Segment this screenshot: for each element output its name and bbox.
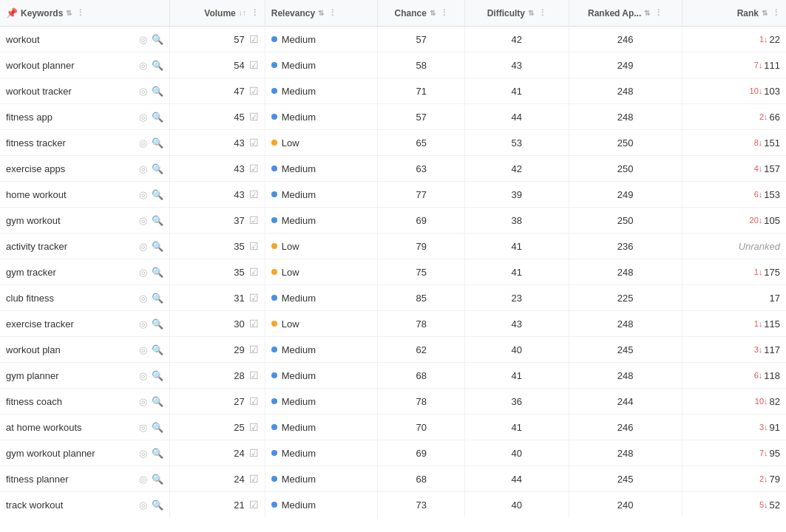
search-icon[interactable]: 🔍 [152, 60, 163, 71]
keyword-cell: fitness tracker ◎ 🔍 [0, 130, 169, 156]
relevancy-cell: Medium [265, 156, 378, 182]
relevancy-label: Medium [282, 293, 316, 304]
relevancy-dot [271, 476, 277, 482]
search-icon[interactable]: 🔍 [152, 112, 163, 123]
th-volume[interactable]: Volume ↓↑ ⋮ [169, 0, 265, 27]
difficulty-value: 36 [512, 396, 522, 407]
ranked-cell: 245 [569, 337, 682, 363]
chance-cell: 73 [378, 492, 464, 518]
relevancy-cell: Medium [265, 415, 378, 440]
th-chance-label: Chance [394, 8, 426, 18]
volume-cell: 43 ☑ [169, 156, 265, 182]
keyword-cell: gym workout planner ◎ 🔍 [0, 440, 169, 466]
relevancy-dot [271, 450, 277, 456]
th-ranked[interactable]: Ranked Ap... ⇅ ⋮ [569, 0, 682, 27]
difficulty-cell: 41 [464, 233, 569, 259]
eye-off-icon[interactable]: ◎ [139, 370, 147, 381]
eye-off-icon[interactable]: ◎ [139, 241, 147, 252]
rank-value: 151 [764, 137, 780, 149]
relevancy-cell: Medium [265, 78, 378, 104]
search-icon[interactable]: 🔍 [152, 318, 163, 330]
search-icon[interactable]: 🔍 [152, 163, 163, 174]
volume-value: 43 [234, 137, 244, 149]
volume-value: 43 [234, 189, 244, 200]
keyword-table-container: 📌 Keywords ⇅ ⋮ Volume ↓↑ ⋮ Relevanc [0, 0, 786, 517]
volume-cell: 45 ☑ [169, 104, 265, 130]
pin-icon: 📌 [6, 7, 18, 18]
th-relevancy[interactable]: Relevancy ⇅ ⋮ [265, 0, 378, 27]
rank-value: 17 [770, 293, 780, 304]
difficulty-value: 44 [512, 112, 522, 123]
difficulty-cell: 23 [464, 285, 569, 311]
search-icon[interactable]: 🔍 [152, 499, 163, 511]
keyword-cell: gym planner ◎ 🔍 [0, 363, 169, 389]
rank-value: 52 [770, 499, 780, 511]
eye-off-icon[interactable]: ◎ [139, 137, 147, 149]
search-icon[interactable]: 🔍 [152, 474, 163, 485]
th-difficulty[interactable]: Difficulty ⇅ ⋮ [464, 0, 569, 27]
eye-off-icon[interactable]: ◎ [139, 396, 147, 407]
th-chance[interactable]: Chance ⇅ ⋮ [378, 0, 464, 27]
search-icon[interactable]: 🔍 [152, 86, 163, 97]
search-icon[interactable]: 🔍 [152, 267, 163, 278]
search-icon[interactable]: 🔍 [152, 344, 163, 355]
rank-cell: 7↓95 [682, 440, 786, 466]
th-rank[interactable]: Rank ⇅ ⋮ [682, 0, 786, 27]
volume-cell: 37 ☑ [169, 208, 265, 233]
search-icon[interactable]: 🔍 [152, 34, 163, 45]
eye-off-icon[interactable]: ◎ [139, 60, 147, 71]
eye-off-icon[interactable]: ◎ [139, 189, 147, 200]
sort-icon-rank: ⇅ [762, 9, 768, 17]
relevancy-dot [271, 502, 277, 508]
search-icon[interactable]: 🔍 [152, 396, 163, 407]
search-icon[interactable]: 🔍 [152, 422, 163, 433]
eye-off-icon[interactable]: ◎ [139, 344, 147, 355]
eye-off-icon[interactable]: ◎ [139, 499, 147, 511]
difficulty-value: 41 [512, 267, 522, 278]
volume-value: 27 [234, 396, 244, 407]
search-icon[interactable]: 🔍 [152, 448, 163, 459]
sort-icon-chance: ⇅ [430, 9, 436, 17]
search-icon[interactable]: 🔍 [152, 370, 163, 381]
ranked-cell: 248 [569, 363, 682, 389]
chance-value: 69 [416, 448, 426, 459]
eye-off-icon[interactable]: ◎ [139, 112, 147, 123]
search-icon[interactable]: 🔍 [152, 215, 163, 226]
eye-off-icon[interactable]: ◎ [139, 422, 147, 433]
chance-cell: 58 [378, 52, 464, 78]
chance-value: 79 [416, 241, 426, 252]
eye-off-icon[interactable]: ◎ [139, 86, 147, 97]
difficulty-cell: 40 [464, 337, 569, 363]
ranked-value: 245 [617, 344, 634, 355]
check-icon: ☑ [249, 395, 259, 407]
eye-off-icon[interactable]: ◎ [139, 163, 147, 174]
volume-value: 21 [234, 499, 244, 511]
chance-cell: 85 [378, 285, 464, 311]
eye-off-icon[interactable]: ◎ [139, 293, 147, 304]
eye-off-icon[interactable]: ◎ [139, 215, 147, 226]
ranked-cell: 244 [569, 389, 682, 415]
volume-value: 28 [234, 370, 244, 381]
th-keyword[interactable]: 📌 Keywords ⇅ ⋮ [0, 0, 169, 27]
eye-off-icon[interactable]: ◎ [139, 34, 147, 45]
check-icon: ☑ [249, 59, 259, 71]
table-row: club fitness ◎ 🔍 31 ☑ Medium 852322517 [0, 285, 786, 311]
rank-cell: 10↓103 [682, 78, 786, 104]
search-icon[interactable]: 🔍 [152, 241, 163, 252]
eye-off-icon[interactable]: ◎ [139, 474, 147, 485]
search-icon[interactable]: 🔍 [152, 189, 163, 200]
search-icon[interactable]: 🔍 [152, 137, 163, 149]
difficulty-value: 44 [512, 474, 522, 485]
eye-off-icon[interactable]: ◎ [139, 318, 147, 330]
volume-value: 35 [234, 241, 244, 252]
eye-off-icon[interactable]: ◎ [139, 448, 147, 459]
ranked-value: 244 [617, 396, 634, 407]
eye-off-icon[interactable]: ◎ [139, 267, 147, 278]
rank-value: 175 [764, 267, 780, 278]
check-icon: ☑ [249, 188, 259, 200]
relevancy-cell: Medium [265, 104, 378, 130]
rank-value: 82 [770, 396, 780, 407]
rank-cell: 3↓91 [682, 415, 786, 440]
volume-cell: 43 ☑ [169, 130, 265, 156]
search-icon[interactable]: 🔍 [152, 293, 163, 304]
